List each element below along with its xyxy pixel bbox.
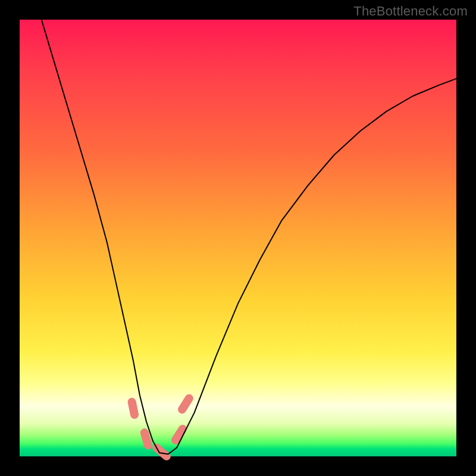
marker-pill	[182, 399, 189, 410]
plot-area	[20, 20, 456, 456]
curve-layer	[20, 20, 456, 456]
watermark-text: TheBottleneck.com	[353, 4, 468, 19]
marker-pill	[132, 402, 135, 415]
chart-frame: TheBottleneck.com	[0, 0, 476, 476]
marker-pill	[156, 448, 167, 456]
bottleneck-curve	[42, 20, 456, 454]
marker-group	[132, 399, 189, 456]
marker-pill	[145, 433, 148, 445]
